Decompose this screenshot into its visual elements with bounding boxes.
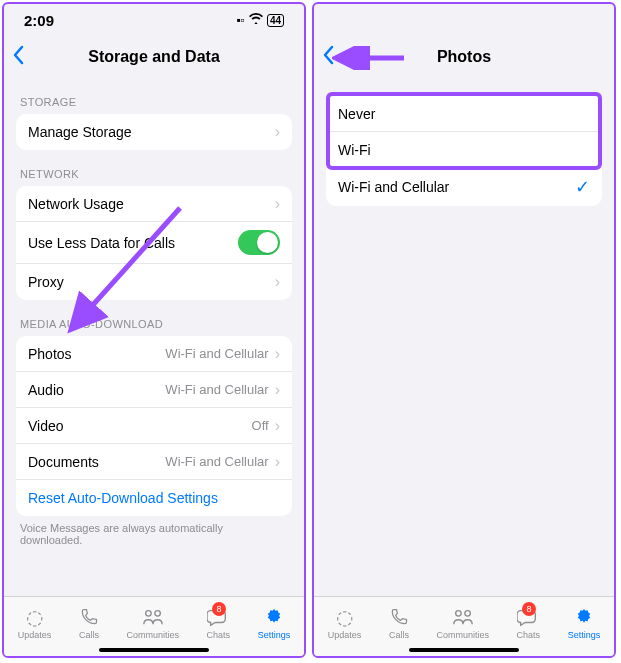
row-proxy[interactable]: Proxy › (16, 264, 292, 300)
status-time: 2:09 (24, 12, 54, 29)
status-bar (314, 4, 614, 36)
status-icons: ▪▫ 44 (236, 13, 284, 27)
communities-icon (452, 606, 474, 628)
communities-icon (142, 606, 164, 628)
screen-photos: Photos Never Wi-Fi Wi-Fi and Cellular ✓ … (312, 2, 616, 658)
nav-bar: Storage and Data (4, 36, 304, 78)
status-icons (591, 13, 594, 27)
screen-storage-and-data: 2:09 ▪▫ 44 Storage and Data STORAGE Mana… (2, 2, 306, 658)
updates-icon: ◌ (336, 606, 353, 628)
row-use-less-data[interactable]: Use Less Data for Calls (16, 222, 292, 264)
row-network-usage[interactable]: Network Usage › (16, 186, 292, 222)
signal-icon: ▪▫ (236, 13, 245, 27)
chevron-right-icon: › (275, 124, 280, 140)
chats-badge: 8 (212, 602, 226, 616)
page-title: Storage and Data (88, 48, 220, 66)
tab-updates[interactable]: ◌ Updates (18, 606, 52, 640)
tab-updates[interactable]: ◌ Updates (328, 606, 362, 640)
svg-point-0 (145, 610, 151, 616)
tab-bar: ◌ Updates Calls Communities 8 Chats (4, 596, 304, 656)
svg-point-4 (455, 610, 461, 616)
nav-bar: Photos (314, 36, 614, 78)
row-option-never[interactable]: Never (326, 96, 602, 132)
updates-icon: ◌ (26, 606, 43, 628)
tab-calls[interactable]: Calls (389, 606, 409, 640)
tab-bar: ◌ Updates Calls Communities 8 Chats (314, 596, 614, 656)
row-audio[interactable]: Audio Wi-Fi and Cellular › (16, 372, 292, 408)
row-photos[interactable]: Photos Wi-Fi and Cellular › (16, 336, 292, 372)
tab-communities[interactable]: Communities (126, 606, 179, 640)
phone-icon (389, 606, 409, 628)
section-footer-media: Voice Messages are always automatically … (16, 516, 292, 546)
tab-calls[interactable]: Calls (79, 606, 99, 640)
svg-point-5 (465, 610, 471, 616)
row-reset-auto-download[interactable]: Reset Auto-Download Settings (16, 480, 292, 516)
chats-badge: 8 (522, 602, 536, 616)
wifi-icon (249, 13, 263, 27)
section-header-network: NETWORK (16, 150, 292, 186)
chevron-right-icon: › (275, 274, 280, 290)
tab-communities[interactable]: Communities (436, 606, 489, 640)
chevron-right-icon: › (275, 418, 280, 434)
phone-icon (79, 606, 99, 628)
tab-chats[interactable]: 8 Chats (517, 606, 541, 640)
group-storage: Manage Storage › (16, 114, 292, 150)
chevron-right-icon: › (275, 382, 280, 398)
tab-settings[interactable]: Settings (258, 606, 291, 640)
battery-icon: 44 (267, 14, 284, 27)
section-header-media: MEDIA AUTO-DOWNLOAD (16, 300, 292, 336)
section-header-storage: STORAGE (16, 78, 292, 114)
toggle-use-less-data[interactable] (238, 230, 280, 255)
row-option-wifi-cellular[interactable]: Wi-Fi and Cellular ✓ (326, 168, 602, 206)
home-indicator[interactable] (99, 648, 209, 652)
home-indicator[interactable] (409, 648, 519, 652)
page-title: Photos (437, 48, 491, 66)
content-area[interactable]: Never Wi-Fi Wi-Fi and Cellular ✓ (314, 78, 614, 596)
row-option-wifi[interactable]: Wi-Fi (326, 132, 602, 168)
row-manage-storage[interactable]: Manage Storage › (16, 114, 292, 150)
row-documents[interactable]: Documents Wi-Fi and Cellular › (16, 444, 292, 480)
status-time (334, 12, 338, 29)
row-video[interactable]: Video Off › (16, 408, 292, 444)
chevron-right-icon: › (275, 454, 280, 470)
gear-icon (574, 606, 594, 628)
svg-point-1 (155, 610, 161, 616)
tab-settings[interactable]: Settings (568, 606, 601, 640)
group-media: Photos Wi-Fi and Cellular › Audio Wi-Fi … (16, 336, 292, 516)
back-button[interactable] (12, 45, 24, 69)
status-bar: 2:09 ▪▫ 44 (4, 4, 304, 36)
chevron-right-icon: › (275, 196, 280, 212)
gear-icon (264, 606, 284, 628)
group-photo-options: Never Wi-Fi Wi-Fi and Cellular ✓ (326, 96, 602, 206)
tab-chats[interactable]: 8 Chats (207, 606, 231, 640)
checkmark-icon: ✓ (575, 176, 590, 198)
content-area[interactable]: STORAGE Manage Storage › NETWORK Network… (4, 78, 304, 596)
chevron-right-icon: › (275, 346, 280, 362)
group-network: Network Usage › Use Less Data for Calls … (16, 186, 292, 300)
back-button[interactable] (322, 45, 334, 69)
